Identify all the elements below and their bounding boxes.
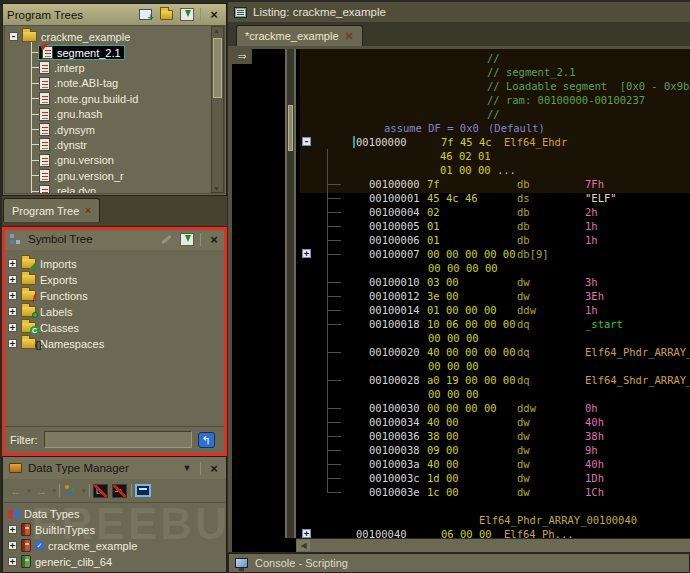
expander[interactable]: + [8, 541, 17, 550]
listing-line[interactable]: 00 00 00 [300, 331, 690, 345]
tree-item[interactable]: .gnu.version_r [39, 168, 124, 183]
cursor-home-arrow-icon[interactable]: ⇒ [232, 49, 252, 64]
expander[interactable]: + [8, 275, 17, 284]
listing-line[interactable]: -001000007f 45 4cElf64_Ehdr [300, 135, 690, 149]
edit-icon[interactable] [158, 232, 174, 247]
dtm-item[interactable]: +✓crackme_example [8, 538, 137, 553]
structure-expander[interactable]: + [302, 529, 311, 538]
tree-item[interactable]: .interp [39, 60, 85, 75]
listing-line[interactable]: 46 02 01 [300, 149, 690, 163]
listing-line[interactable]: assume DF = 0x0(Default) [300, 121, 690, 135]
tree-item-root[interactable]: -crackme_example [9, 29, 130, 44]
fragment[interactable]: .note.ABI-tag [39, 77, 118, 90]
listing-line[interactable]: +0010004006 00 00Elf64_Ph... [300, 527, 690, 538]
expander[interactable]: + [8, 307, 17, 316]
expander[interactable]: + [8, 323, 17, 332]
symbol-tree-item[interactable]: +CClasses [8, 320, 79, 335]
fragment[interactable]: .note.gnu.build-id [39, 92, 138, 105]
close-icon[interactable]: × [206, 232, 222, 247]
expander[interactable]: + [8, 557, 17, 566]
symbol-tree-item[interactable]: +Exports [8, 272, 77, 287]
import-tree-icon[interactable] [179, 7, 195, 22]
fragment[interactable]: .gnu.hash [39, 108, 102, 121]
listing-line[interactable]: 0010003e1c 00dw1Ch [300, 485, 690, 499]
listing-line[interactable]: 00 00 00 [300, 387, 690, 401]
filter-config-icon[interactable]: ↰ [198, 432, 215, 448]
listing-line[interactable]: Elf64_Phdr_ARRAY_00100040 [300, 513, 690, 527]
listing-line[interactable]: // [300, 107, 690, 121]
listing-line[interactable]: 0010000601db1h [300, 233, 690, 247]
expander[interactable]: + [8, 291, 17, 300]
listing-line[interactable]: 001000007fdb7Fh [300, 177, 690, 191]
listing-line[interactable]: 0010000145 4c 46ds"ELF" [300, 191, 690, 205]
tree-item[interactable]: .dynsym [39, 122, 95, 137]
listing-line[interactable]: 00 00 00 00 [300, 261, 690, 275]
listing-line[interactable]: 0010000501db1h [300, 219, 690, 233]
listing-left-scroll-thumb[interactable] [288, 105, 293, 151]
expander[interactable]: + [8, 339, 17, 348]
back-arrow-icon[interactable]: ← [8, 483, 24, 498]
listing-line[interactable]: 0010002040 00 00 00 00dqElf64_Phdr_ARRAY… [300, 345, 690, 359]
listing-line[interactable]: // ram: 00100000-00100237 [300, 93, 690, 107]
listing-line[interactable]: // segment_2.1 [300, 65, 690, 79]
tree-item[interactable]: .note.ABI-tag [39, 76, 118, 91]
fragment[interactable]: .rela.dyn [39, 185, 96, 194]
tree-item[interactable]: .gnu.hash [39, 107, 102, 122]
listing-line[interactable]: 0010001810 06 00 00 00dq_start [300, 317, 690, 331]
fragment[interactable]: .gnu.version [39, 154, 114, 167]
structure-expander[interactable]: - [302, 137, 311, 146]
console-bar[interactable]: Console - Scripting [228, 553, 690, 573]
dtm-item[interactable]: +generic_clib_64 [8, 554, 112, 569]
symbol-tree-item[interactable]: +Labels [8, 304, 72, 319]
listing-line[interactable]: 0010003440 00dw40h [300, 415, 690, 429]
open-folder-icon[interactable] [158, 7, 174, 22]
listing-line[interactable]: +0010000700 00 00 00 00db[9] [300, 247, 690, 261]
listing-line[interactable]: 0010000402db2h [300, 205, 690, 219]
pointer-filter-disabled-icon[interactable] [112, 483, 128, 498]
listing-line[interactable]: 0010003638 00dw38h [300, 429, 690, 443]
listing-line[interactable]: 0010001401 00 00 00ddw1h [300, 303, 690, 317]
import-icon[interactable] [179, 232, 195, 247]
listing-line[interactable]: 0010001003 00dw3h [300, 275, 690, 289]
layout-graph-icon[interactable] [63, 483, 79, 498]
listing-line[interactable]: 001000123e 00dw3Eh [300, 289, 690, 303]
symbol-tree-item[interactable]: +{}Namespaces [8, 336, 104, 351]
tab-close-icon[interactable]: × [85, 205, 91, 216]
listing-line[interactable]: // Loadable segment [0x0 - 0x9b7] [300, 79, 690, 93]
listing-line[interactable]: 0010003a40 00dw40h [300, 457, 690, 471]
listing-line[interactable] [300, 499, 690, 513]
expander[interactable]: - [9, 32, 18, 41]
structure-expander[interactable]: + [302, 249, 311, 258]
fragment[interactable]: .dynstr [39, 138, 87, 151]
symbol-tree-item[interactable]: +Imports [8, 256, 77, 271]
tab-program-tree[interactable]: Program Tree × [3, 198, 100, 222]
listing-line[interactable]: 01 00 00 ... [300, 163, 690, 177]
listing-line[interactable]: 0010003c1d 00dw1Dh [300, 471, 690, 485]
tree-item[interactable]: .rela.dyn [39, 184, 96, 194]
listing-line[interactable]: 0010003809 00dw9h [300, 443, 690, 457]
preview-window-icon[interactable] [135, 483, 151, 498]
tree-item[interactable]: .gnu.version [39, 153, 114, 168]
dtm-root-item[interactable]: Data Types [8, 506, 79, 521]
tab-crackme-example[interactable]: *crackme_example ✕ [236, 25, 363, 46]
symbol-tree-item[interactable]: +fFunctions [8, 288, 88, 303]
expander[interactable]: + [8, 525, 17, 534]
listing-line[interactable]: 00100028a0 19 00 00 00dqElf64_Shdr_ARRAY… [300, 373, 690, 387]
fragment[interactable]: .gnu.version_r [39, 169, 124, 182]
filter-disabled-icon[interactable]: L [93, 483, 109, 498]
program-tree-scrollbar[interactable]: ▲ ▼ [211, 26, 224, 193]
dtm-item[interactable]: +BuiltInTypes [8, 522, 95, 537]
fragment[interactable]: .dynsym [39, 123, 95, 136]
listing-left-divider[interactable] [285, 49, 296, 538]
forward-arrow-icon[interactable]: → [34, 483, 50, 498]
tree-item[interactable]: .dynstr [39, 137, 87, 152]
new-tree-icon[interactable] [137, 7, 153, 22]
listing-line[interactable]: 00 00 00 [300, 359, 690, 373]
expander[interactable]: + [8, 259, 17, 268]
filter-input[interactable] [44, 431, 192, 448]
listing-line[interactable]: // [300, 51, 690, 65]
tree-item[interactable]: segment_2.1 [39, 45, 124, 60]
fragment[interactable]: .interp [39, 61, 85, 74]
tree-item[interactable]: .note.gnu.build-id [39, 91, 138, 106]
scroll-left-arrow-icon[interactable]: ◀ [297, 540, 310, 551]
